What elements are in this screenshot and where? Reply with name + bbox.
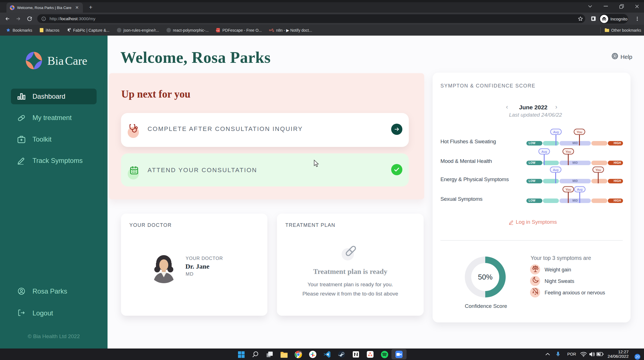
svg-text:PDF: PDF — [216, 29, 220, 31]
